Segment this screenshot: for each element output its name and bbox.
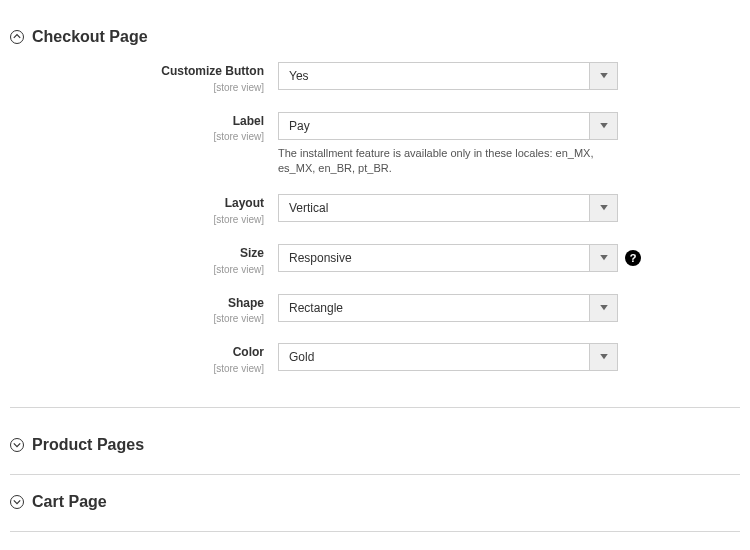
section-checkout-page: Checkout Page Customize Button [store vi… xyxy=(10,10,740,418)
section-divider xyxy=(10,407,740,408)
help-icon[interactable]: ? xyxy=(625,250,641,266)
chevron-down-icon xyxy=(589,113,617,139)
chevron-down-icon xyxy=(589,195,617,221)
field-scope: [store view] xyxy=(10,213,264,226)
svg-marker-1 xyxy=(600,123,608,128)
select-value: Rectangle xyxy=(279,295,589,321)
field-scope: [store view] xyxy=(10,362,264,375)
field-label: Customize Button xyxy=(10,64,264,80)
field-size: Size [store view] Responsive ? xyxy=(10,244,740,276)
chevron-down-icon xyxy=(589,295,617,321)
section-header-product[interactable]: Product Pages xyxy=(10,426,740,464)
section-title: Cart Page xyxy=(32,493,107,511)
field-control: Responsive xyxy=(278,244,618,272)
field-label: Label xyxy=(10,114,264,130)
label-select[interactable]: Pay xyxy=(278,112,618,140)
section-header-checkout[interactable]: Checkout Page xyxy=(10,18,740,56)
section-title: Checkout Page xyxy=(32,28,148,46)
field-label: Color xyxy=(10,345,264,361)
section-header-minicart[interactable]: Mini Cart xyxy=(10,540,740,550)
field-label-col: Customize Button [store view] xyxy=(10,62,278,94)
chevron-down-icon xyxy=(10,438,24,452)
section-mini-cart: Mini Cart xyxy=(10,532,740,550)
field-label: Shape xyxy=(10,296,264,312)
field-label-col: Size [store view] xyxy=(10,244,278,276)
field-scope: [store view] xyxy=(10,130,264,143)
svg-marker-4 xyxy=(600,305,608,310)
field-layout: Layout [store view] Vertical xyxy=(10,194,740,226)
size-help: ? xyxy=(618,244,648,266)
select-value: Gold xyxy=(279,344,589,370)
select-value: Vertical xyxy=(279,195,589,221)
chevron-down-icon xyxy=(589,344,617,370)
section-header-cart[interactable]: Cart Page xyxy=(10,483,740,521)
field-control: Yes xyxy=(278,62,618,90)
size-select[interactable]: Responsive xyxy=(278,244,618,272)
field-control: Rectangle xyxy=(278,294,618,322)
field-control: Gold xyxy=(278,343,618,371)
field-control: Vertical xyxy=(278,194,618,222)
svg-marker-3 xyxy=(600,255,608,260)
field-label: Size xyxy=(10,246,264,262)
select-value: Yes xyxy=(279,63,589,89)
svg-marker-0 xyxy=(600,73,608,78)
field-label-col: Layout [store view] xyxy=(10,194,278,226)
chevron-up-icon xyxy=(10,30,24,44)
color-select[interactable]: Gold xyxy=(278,343,618,371)
checkout-fields: Customize Button [store view] Yes Label … xyxy=(10,56,740,397)
field-note: The installment feature is available onl… xyxy=(278,146,618,177)
section-product-pages: Product Pages xyxy=(10,418,740,475)
select-value: Responsive xyxy=(279,245,589,271)
field-label-col: Shape [store view] xyxy=(10,294,278,326)
chevron-down-icon xyxy=(589,63,617,89)
field-label: Layout xyxy=(10,196,264,212)
shape-select[interactable]: Rectangle xyxy=(278,294,618,322)
field-label-col: Color [store view] xyxy=(10,343,278,375)
svg-marker-2 xyxy=(600,205,608,210)
field-control: Pay The installment feature is available… xyxy=(278,112,618,177)
svg-marker-5 xyxy=(600,354,608,359)
section-title: Product Pages xyxy=(32,436,144,454)
field-label-col: Label [store view] xyxy=(10,112,278,144)
layout-select[interactable]: Vertical xyxy=(278,194,618,222)
field-label-select: Label [store view] Pay The installment f… xyxy=(10,112,740,177)
customize-button-select[interactable]: Yes xyxy=(278,62,618,90)
chevron-down-icon xyxy=(10,495,24,509)
field-scope: [store view] xyxy=(10,312,264,325)
section-cart-page: Cart Page xyxy=(10,475,740,532)
field-scope: [store view] xyxy=(10,263,264,276)
chevron-down-icon xyxy=(589,245,617,271)
field-color: Color [store view] Gold xyxy=(10,343,740,375)
field-customize-button: Customize Button [store view] Yes xyxy=(10,62,740,94)
field-scope: [store view] xyxy=(10,81,264,94)
select-value: Pay xyxy=(279,113,589,139)
field-shape: Shape [store view] Rectangle xyxy=(10,294,740,326)
